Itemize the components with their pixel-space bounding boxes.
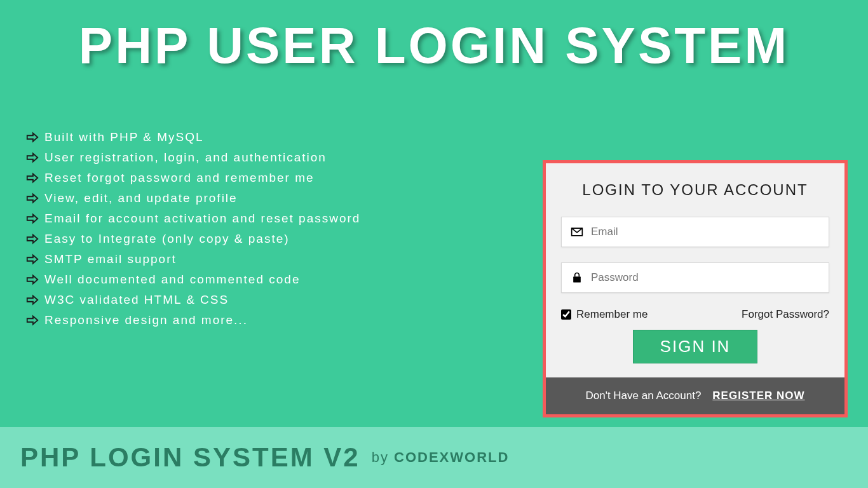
remember-row: Remember me Forgot Password?: [561, 308, 829, 321]
feature-text: W3C validated HTML & CSS: [44, 293, 229, 307]
list-item: Built with PHP & MySQL: [25, 130, 521, 144]
list-item: Email for account activation and reset p…: [25, 212, 521, 226]
noaccount-text: Don't Have an Account?: [585, 390, 701, 402]
feature-text: Well documented and commented code: [44, 273, 300, 287]
arrow-right-icon: [25, 293, 39, 307]
feature-text: Reset forgot password and remember me: [44, 171, 315, 185]
feature-text: Responsive design and more...: [44, 313, 248, 327]
list-item: Responsive design and more...: [25, 313, 521, 327]
register-bar: Don't Have an Account? REGISTER NOW: [546, 377, 844, 414]
list-item: View, edit, and update profile: [25, 191, 521, 205]
remember-me-label[interactable]: Remember me: [561, 308, 648, 321]
arrow-right-icon: [25, 252, 39, 266]
forgot-password-link[interactable]: Forgot Password?: [742, 308, 829, 321]
login-heading: LOGIN TO YOUR ACCOUNT: [561, 181, 829, 199]
arrow-right-icon: [25, 171, 39, 185]
lock-icon: [571, 271, 583, 284]
footer-bar: PHP LOGIN SYSTEM V2 by CODEXWORLD: [0, 427, 868, 488]
login-card: LOGIN TO YOUR ACCOUNT Remember me Forgot…: [543, 160, 848, 417]
remember-me-text: Remember me: [576, 308, 648, 321]
password-field-wrap[interactable]: [561, 262, 829, 293]
feature-text: Email for account activation and reset p…: [44, 212, 360, 226]
remember-me-checkbox[interactable]: [561, 309, 571, 320]
feature-text: Built with PHP & MySQL: [44, 130, 204, 144]
password-input[interactable]: [591, 271, 820, 284]
signin-button[interactable]: SIGN IN: [633, 330, 758, 363]
arrow-right-icon: [25, 130, 39, 144]
feature-list: Built with PHP & MySQL User registration…: [25, 130, 521, 334]
svg-rect-1: [573, 276, 581, 282]
list-item: SMTP email support: [25, 252, 521, 266]
feature-text: View, edit, and update profile: [44, 191, 238, 205]
feature-text: Easy to Integrate (only copy & paste): [44, 232, 290, 246]
footer-brand: CODEXWORLD: [394, 449, 509, 465]
arrow-right-icon: [25, 232, 39, 246]
list-item: W3C validated HTML & CSS: [25, 293, 521, 307]
arrow-right-icon: [25, 151, 39, 165]
footer-by-prefix: by: [372, 449, 389, 465]
register-now-link[interactable]: REGISTER NOW: [712, 390, 804, 402]
footer-byline: by CODEXWORLD: [372, 449, 510, 466]
email-input[interactable]: [591, 226, 820, 238]
list-item: User registration, login, and authentica…: [25, 151, 521, 165]
mail-icon: [571, 226, 583, 238]
page-title: PHP USER LOGIN SYSTEM: [0, 0, 868, 75]
feature-text: User registration, login, and authentica…: [44, 151, 327, 165]
arrow-right-icon: [25, 273, 39, 287]
footer-title: PHP LOGIN SYSTEM V2: [20, 442, 360, 473]
arrow-right-icon: [25, 212, 39, 226]
list-item: Easy to Integrate (only copy & paste): [25, 232, 521, 246]
email-field-wrap[interactable]: [561, 217, 829, 247]
list-item: Reset forgot password and remember me: [25, 171, 521, 185]
arrow-right-icon: [25, 191, 39, 205]
feature-text: SMTP email support: [44, 252, 177, 266]
list-item: Well documented and commented code: [25, 273, 521, 287]
arrow-right-icon: [25, 313, 39, 327]
